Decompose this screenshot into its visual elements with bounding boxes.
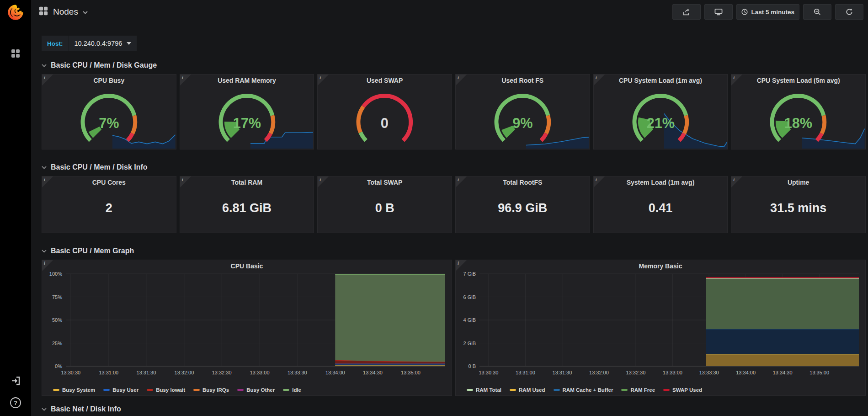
legend-color-dash (510, 389, 516, 391)
panel-info-corner[interactable] (594, 75, 605, 85)
page-title: Nodes (53, 7, 78, 17)
legend-item[interactable]: RAM Used (510, 387, 545, 393)
legend-color-dash (467, 389, 473, 391)
stat-panel: iUptime31.5 mins (731, 176, 866, 233)
legend-item[interactable]: RAM Total (467, 387, 501, 393)
section-title: Basic Net / Disk Info (51, 405, 121, 413)
time-range-button[interactable]: Last 5 minutes (736, 4, 799, 20)
panel-title[interactable]: Memory Basic (456, 262, 865, 270)
svg-text:50%: 50% (52, 317, 62, 323)
chevron-down-icon (42, 64, 47, 67)
chart-legend: Busy SystemBusy UserBusy IowaitBusy IRQs… (53, 387, 448, 393)
legend-color-dash (283, 389, 289, 391)
panel-info-corner[interactable] (731, 176, 742, 187)
svg-text:100%: 100% (49, 271, 62, 277)
legend-item[interactable]: Idle (283, 387, 301, 393)
panel-title[interactable]: CPU Basic (42, 262, 452, 270)
svg-text:13:34:30: 13:34:30 (363, 370, 383, 375)
stat-panel: iTotal RootFS96.9 GiB (455, 176, 590, 233)
svg-text:13:31:00: 13:31:00 (99, 370, 118, 375)
gauge-panel: iUsed SWAP0 (317, 74, 452, 149)
gauge: 17% (180, 82, 314, 148)
section-graph-header[interactable]: Basic CPU / Mem Graph (42, 245, 866, 257)
legend-label: Idle (292, 387, 301, 393)
svg-text:13:30:30: 13:30:30 (61, 370, 80, 375)
legend-item[interactable]: RAM Free (621, 387, 655, 393)
svg-text:75%: 75% (52, 294, 62, 300)
stat-value: 0 B (318, 186, 452, 233)
legend-item[interactable]: Busy User (103, 387, 138, 393)
dashboard-title-button[interactable]: Nodes (38, 6, 88, 18)
legend-label: RAM Total (476, 387, 501, 393)
panel-info-corner[interactable] (731, 75, 742, 85)
panel-info-corner[interactable] (594, 176, 605, 187)
gauge-panel: iUsed RAM Memory17% (180, 74, 314, 149)
help-icon[interactable]: ? (9, 396, 22, 410)
host-variable-dropdown[interactable]: 10.240.0.4:9796 (69, 36, 137, 51)
panel-info-corner[interactable] (180, 75, 191, 85)
panel-info-corner[interactable] (456, 75, 467, 85)
tv-kiosk-button[interactable] (704, 4, 733, 20)
variables-submenu: Host: 10.240.0.4:9796 (42, 36, 866, 51)
legend-color-dash (193, 389, 200, 391)
graph-row: iCPU Basic0%25%50%75%100%13:30:3013:31:0… (42, 260, 866, 396)
chart-plot: 0 B2 GiB4 GiB6 GiB7 GiB13:30:3013:31:001… (456, 260, 865, 395)
panel-info-corner[interactable] (456, 176, 467, 187)
chart-plot: 0%25%50%75%100%13:30:3013:31:0013:31:301… (42, 260, 452, 395)
section-net-header[interactable]: Basic Net / Disk Info (42, 403, 866, 415)
panel-info-corner[interactable] (42, 260, 53, 271)
svg-text:7 GiB: 7 GiB (463, 271, 476, 277)
legend-color-dash (103, 389, 110, 391)
panel-title[interactable]: Total SWAP (318, 179, 452, 186)
legend-color-dash (53, 389, 59, 391)
zoom-out-button[interactable] (803, 4, 831, 20)
section-title: Basic CPU / Mem / Disk Info (51, 163, 148, 171)
refresh-button[interactable] (835, 4, 863, 20)
panel-info-corner[interactable] (42, 75, 53, 85)
stats-row: iCPU Cores2iTotal RAM6.81 GiBiTotal SWAP… (42, 176, 866, 233)
legend-item[interactable]: RAM Cache + Buffer (554, 387, 613, 393)
grafana-logo-icon[interactable] (7, 4, 24, 23)
panel-title[interactable]: CPU Cores (42, 179, 176, 186)
panel-info-corner[interactable] (318, 176, 329, 187)
panel-title[interactable]: Total RAM (180, 179, 314, 186)
legend-label: Busy IRQs (202, 387, 229, 393)
panel-title[interactable]: System Load (1m avg) (594, 179, 728, 186)
gauge: 9% (456, 82, 590, 148)
gauge-value: 0 (381, 115, 389, 131)
gauge-panel: iUsed Root FS9% (455, 74, 590, 149)
share-button[interactable] (672, 4, 701, 20)
legend-item[interactable]: Busy System (53, 387, 95, 393)
panel-info-corner[interactable] (456, 260, 467, 271)
dashboards-icon[interactable] (9, 47, 22, 60)
panel-info-corner[interactable] (42, 176, 53, 187)
section-info-header[interactable]: Basic CPU / Mem / Disk Info (42, 161, 866, 173)
dashboard-header: Nodes Last 5 minutes (31, 0, 868, 24)
legend-label: Busy Other (246, 387, 275, 393)
svg-text:?: ? (14, 400, 17, 406)
panel-info-corner[interactable] (318, 75, 329, 85)
clock-icon (741, 9, 748, 15)
legend-item[interactable]: Busy IRQs (193, 387, 229, 393)
svg-text:13:32:00: 13:32:00 (589, 370, 609, 375)
legend-item[interactable]: SWAP Used (663, 387, 702, 393)
host-variable-label: Host: (42, 36, 69, 51)
chevron-down-icon (127, 42, 131, 45)
legend-item[interactable]: Busy Iowait (147, 387, 185, 393)
gauge-row: iCPU Busy7%iUsed RAM Memory17%iUsed SWAP… (42, 74, 866, 149)
legend-label: RAM Free (630, 387, 655, 393)
section-gauge-header[interactable]: Basic CPU / Mem / Disk Gauge (42, 59, 866, 71)
panel-info-corner[interactable] (180, 176, 191, 187)
svg-text:13:31:30: 13:31:30 (137, 370, 156, 375)
gauge-panel: iCPU Busy7% (42, 74, 176, 149)
panel-title[interactable]: Total RootFS (456, 179, 590, 186)
sign-in-icon[interactable] (9, 374, 22, 388)
time-range-label: Last 5 minutes (751, 9, 794, 16)
panel-title[interactable]: Uptime (731, 179, 865, 186)
legend-color-dash (554, 389, 560, 391)
legend-item[interactable]: Busy Other (237, 387, 275, 393)
svg-text:13:33:00: 13:33:00 (663, 370, 682, 375)
gauge-value: 7% (99, 115, 119, 131)
chevron-down-icon (42, 166, 47, 169)
section-title: Basic CPU / Mem Graph (51, 247, 134, 255)
